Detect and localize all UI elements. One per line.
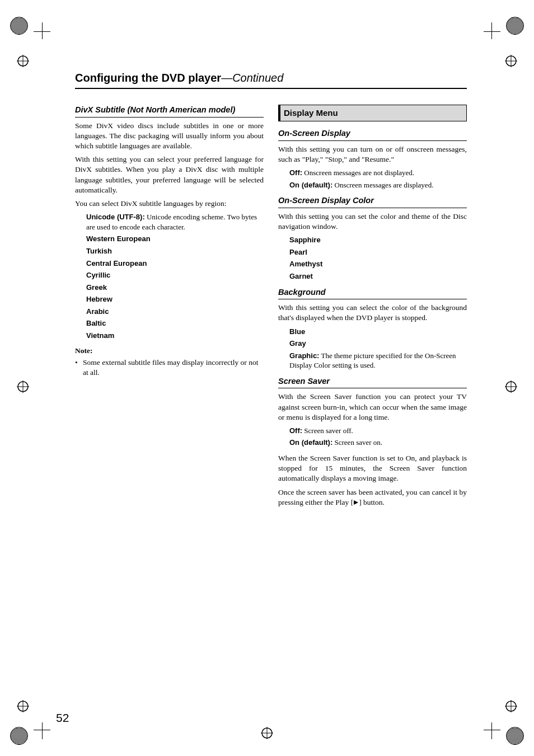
option-label: Off: [289, 426, 302, 435]
option-item: Amethyst [289, 259, 467, 269]
option-item: Central European [86, 259, 264, 269]
option-item: Arabic [86, 307, 264, 317]
option-item: Turkish [86, 246, 264, 256]
option-list-osd-color: Sapphire Pearl Amethyst Garnet [289, 235, 467, 281]
left-column: DivX Subtitle (Not North American model)… [75, 105, 264, 511]
section-background: Background [278, 287, 467, 300]
registration-mark-icon [505, 381, 517, 393]
registration-mark-icon [17, 381, 29, 393]
option-desc: Onscreen messages are not displayed. [302, 168, 414, 177]
body-text: With this setting you can select your pr… [75, 154, 264, 195]
right-column: Display Menu On-Screen Display With this… [278, 105, 467, 511]
option-label: Unicode (UTF-8): [86, 213, 145, 221]
body-text: With this setting you can select the col… [278, 303, 467, 323]
option-label: Graphic: [289, 351, 319, 360]
option-item: Vietnam [86, 331, 264, 341]
body-text: With this setting you can set the color … [278, 212, 467, 232]
page-title: Configuring the DVD player—Continued [75, 72, 467, 89]
print-corner-disc [10, 17, 28, 35]
registration-mark-icon [505, 55, 517, 67]
body-text: Once the screen saver has been activated… [278, 487, 467, 508]
option-item: Cyrillic [86, 270, 264, 280]
option-item: Gray [289, 339, 467, 349]
crop-line [484, 31, 500, 32]
option-item: Greek [86, 283, 264, 293]
print-corner-disc [506, 727, 524, 745]
option-label: On (default): [289, 438, 332, 447]
crop-line [491, 22, 492, 39]
note-bullet: • Some external subtitle files may displ… [75, 358, 264, 378]
option-on: On (default): Screen saver on. [289, 438, 467, 448]
section-divx-subtitle: DivX Subtitle (Not North American model) [75, 105, 264, 118]
option-item: Sapphire [289, 235, 467, 245]
svg-marker-21 [354, 500, 358, 505]
print-corner-disc [10, 727, 28, 745]
option-graphic: Graphic: The theme picture specified for… [289, 351, 467, 370]
option-off: Off: Onscreen messages are not displayed… [289, 168, 467, 178]
section-osd: On-Screen Display [278, 128, 467, 141]
note-label: Note: [75, 346, 264, 356]
option-item: Western European [86, 234, 264, 244]
content-area: Configuring the DVD player—Continued Div… [75, 72, 467, 511]
option-item: Garnet [289, 271, 467, 281]
crop-line [491, 722, 492, 739]
option-on: On (default): Onscreen messages are disp… [289, 180, 467, 190]
page-title-continued: —Continued [221, 72, 283, 84]
option-label: On (default): [289, 181, 332, 189]
body-text: When the Screen Saver function is set to… [278, 453, 467, 484]
option-list-osd: Off: Onscreen messages are not displayed… [289, 168, 467, 190]
section-display-menu: Display Menu [278, 105, 467, 121]
play-icon [353, 498, 359, 508]
page-title-text: Configuring the DVD player [75, 72, 221, 84]
page-number: 52 [56, 711, 69, 725]
registration-mark-icon [505, 700, 517, 712]
option-unicode: Unicode (UTF-8): Unicode encoding scheme… [86, 212, 264, 232]
option-item: Blue [289, 327, 467, 337]
body-text: With this setting you can turn on or off… [278, 144, 467, 165]
option-list-divx: Unicode (UTF-8): Unicode encoding scheme… [86, 212, 264, 340]
section-screen-saver: Screen Saver [278, 376, 467, 389]
registration-mark-icon [261, 727, 273, 739]
option-label: Off: [289, 168, 302, 177]
option-off: Off: Screen saver off. [289, 426, 467, 436]
section-osd-color: On-Screen Display Color [278, 195, 467, 208]
crop-line [42, 722, 43, 739]
crop-line [42, 22, 43, 39]
option-list-background: Blue Gray Graphic: The theme picture spe… [289, 327, 467, 370]
page: Configuring the DVD player—Continued Div… [0, 0, 534, 756]
columns: DivX Subtitle (Not North American model)… [75, 105, 467, 511]
option-item: Hebrew [86, 294, 264, 304]
option-list-screen-saver: Off: Screen saver off. On (default): Scr… [289, 426, 467, 448]
body-text: Some DivX video discs include subtitles … [75, 121, 264, 152]
registration-mark-icon [17, 700, 29, 712]
print-corner-disc [506, 17, 524, 35]
body-text: You can select DivX subtitle languages b… [75, 199, 264, 209]
option-desc: Onscreen messages are displayed. [332, 181, 433, 189]
crop-line [484, 730, 500, 730]
option-item: Baltic [86, 318, 264, 328]
option-item: Pearl [289, 247, 467, 257]
note-text: Some external subtitle files may display… [83, 358, 264, 378]
option-desc: Screen saver on. [332, 438, 382, 447]
option-desc: Screen saver off. [302, 426, 353, 435]
bullet-icon: • [75, 358, 83, 378]
body-text-part: ] button. [359, 498, 385, 506]
registration-mark-icon [17, 55, 29, 67]
body-text: With the Screen Saver function you can p… [278, 392, 467, 422]
